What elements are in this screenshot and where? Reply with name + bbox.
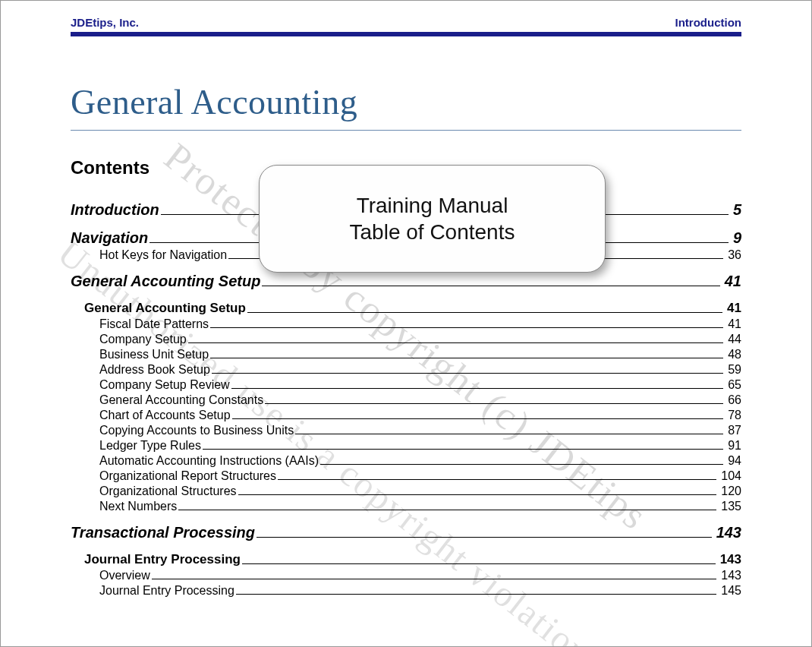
- toc-entry-label: Journal Entry Processing: [84, 552, 242, 567]
- toc-leader-line: [178, 510, 716, 510]
- toc-entry-page: 120: [716, 484, 741, 498]
- toc-leader-line: [278, 479, 716, 480]
- toc-entry[interactable]: Copying Accounts to Business Units87: [99, 424, 741, 437]
- toc-entry-page: 59: [723, 363, 741, 377]
- toc-entry-page: 135: [716, 500, 741, 513]
- toc-entry[interactable]: Journal Entry Processing143: [84, 552, 741, 567]
- toc-entry[interactable]: Next Numbers135: [99, 500, 741, 513]
- toc-entry-page: 44: [723, 333, 741, 346]
- toc-entry[interactable]: Organizational Report Structures104: [99, 469, 741, 483]
- toc-entry[interactable]: General Accounting Constants66: [99, 393, 741, 407]
- toc-entry-page: 41: [720, 273, 741, 290]
- toc-leader-line: [236, 594, 716, 595]
- toc-entry-page: 48: [723, 348, 741, 361]
- toc-entry[interactable]: Chart of Accounts Setup78: [99, 409, 741, 422]
- toc-leader-line: [247, 312, 722, 313]
- toc-entry-page: 5: [729, 201, 741, 219]
- toc-entry[interactable]: Company Setup44: [99, 333, 741, 346]
- toc-leader-line: [210, 358, 723, 358]
- toc-entry-page: 94: [723, 454, 741, 468]
- toc-leader-line: [231, 388, 724, 389]
- header-right: Introduction: [675, 16, 741, 29]
- toc-entry-page: 36: [723, 248, 741, 262]
- toc-entry[interactable]: Automatic Accounting Instructions (AAIs)…: [99, 454, 741, 468]
- toc-leader-line: [212, 373, 723, 374]
- toc-entry-page: 104: [716, 469, 741, 483]
- toc-entry-page: 143: [716, 569, 741, 582]
- toc-entry-label: Copying Accounts to Business Units: [99, 424, 295, 437]
- toc-entry-label: Hot Keys for Navigation: [99, 248, 228, 262]
- toc-leader-line: [210, 327, 723, 328]
- callout-box: Training Manual Table of Contents: [259, 165, 606, 273]
- toc-leader-line: [232, 418, 724, 419]
- title-rule: [71, 130, 741, 131]
- toc-entry-label: Transactional Processing: [71, 524, 257, 541]
- toc-entry[interactable]: Overview143: [99, 569, 741, 582]
- toc-entry-label: Next Numbers: [99, 500, 178, 513]
- toc-entry-label: Introduction: [71, 201, 161, 219]
- callout-line-2: Table of Contents: [350, 219, 515, 245]
- toc-entry-label: Business Unit Setup: [99, 348, 210, 361]
- toc-entry[interactable]: Address Book Setup59: [99, 363, 741, 377]
- toc-entry[interactable]: General Accounting Setup41: [71, 273, 741, 290]
- toc-entry-label: Overview: [99, 569, 152, 582]
- toc-leader-line: [295, 434, 723, 434]
- toc-entry-page: 87: [723, 424, 741, 437]
- toc-leader-line: [257, 537, 712, 538]
- page-header: JDEtips, Inc. Introduction: [71, 1, 741, 30]
- toc-entry-label: General Accounting Setup: [71, 273, 262, 290]
- toc-entry-page: 91: [723, 439, 741, 453]
- toc-entry[interactable]: Fiscal Date Patterns41: [99, 317, 741, 331]
- header-rule: [71, 32, 741, 36]
- toc-entry-page: 66: [723, 393, 741, 407]
- toc-entry-label: Fiscal Date Patterns: [99, 317, 210, 331]
- toc-entry-label: General Accounting Setup: [84, 301, 247, 316]
- toc-entry[interactable]: Transactional Processing143: [71, 524, 741, 541]
- toc-entry-page: 9: [729, 229, 741, 247]
- toc-leader-line: [188, 342, 723, 343]
- toc-entry-label: Navigation: [71, 229, 149, 247]
- toc-leader-line: [265, 403, 723, 404]
- toc-entry[interactable]: Business Unit Setup48: [99, 348, 741, 361]
- toc-entry[interactable]: Ledger Type Rules91: [99, 439, 741, 453]
- callout-line-1: Training Manual: [357, 192, 508, 219]
- toc-entry-page: 41: [723, 317, 741, 331]
- toc-entry-label: Company Setup: [99, 333, 188, 346]
- toc-entry-label: Journal Entry Processing: [99, 584, 236, 598]
- header-left: JDEtips, Inc.: [71, 16, 139, 29]
- toc-entry-label: Ledger Type Rules: [99, 439, 203, 453]
- toc-entry-label: Automatic Accounting Instructions (AAIs): [99, 454, 320, 468]
- toc-entry-page: 143: [716, 552, 741, 567]
- toc-entry-label: Company Setup Review: [99, 378, 231, 392]
- toc-entry-label: Organizational Structures: [99, 484, 238, 498]
- toc-leader-line: [320, 464, 723, 465]
- toc-entry[interactable]: Organizational Structures120: [99, 484, 741, 498]
- toc-entry[interactable]: Company Setup Review65: [99, 378, 741, 392]
- toc-entry-label: Organizational Report Structures: [99, 469, 278, 483]
- toc-entry-page: 78: [723, 409, 741, 422]
- toc-entry-label: Chart of Accounts Setup: [99, 409, 232, 422]
- toc-entry[interactable]: Journal Entry Processing145: [99, 584, 741, 598]
- toc-entry[interactable]: General Accounting Setup41: [84, 301, 741, 316]
- toc-leader-line: [203, 449, 723, 450]
- document-title: General Accounting: [71, 82, 741, 122]
- toc-entry-page: 145: [716, 584, 741, 598]
- toc-entry-label: Address Book Setup: [99, 363, 212, 377]
- toc-entry-page: 143: [712, 524, 741, 541]
- page: JDEtips, Inc. Introduction General Accou…: [71, 1, 741, 646]
- toc-leader-line: [242, 563, 716, 564]
- toc-entry-label: General Accounting Constants: [99, 393, 265, 407]
- toc-entry-page: 41: [722, 301, 741, 316]
- toc-leader-line: [152, 579, 717, 579]
- toc-leader-line: [238, 494, 717, 495]
- toc-leader-line: [262, 286, 719, 286]
- toc-entry-page: 65: [723, 378, 741, 392]
